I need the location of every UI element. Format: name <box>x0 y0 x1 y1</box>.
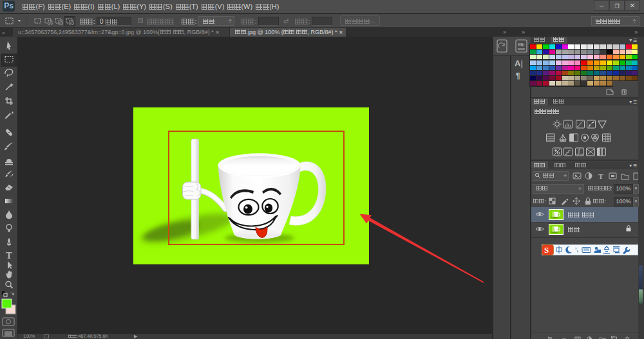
svg-text:T: T <box>6 251 12 261</box>
svg-text:fx: fx <box>562 336 567 339</box>
svg-text:Mb: Mb <box>518 42 524 47</box>
svg-text:T: T <box>598 172 603 180</box>
svg-text:’,: ’, <box>575 246 578 253</box>
